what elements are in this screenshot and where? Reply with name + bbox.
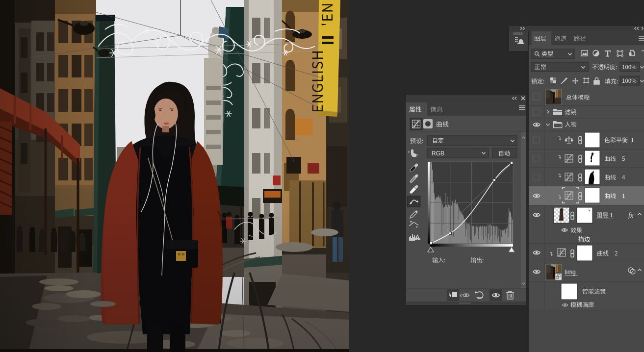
svg-text:timg: timg	[565, 269, 576, 276]
svg-text:RGB: RGB	[432, 150, 444, 157]
svg-text:fx: fx	[628, 212, 634, 219]
